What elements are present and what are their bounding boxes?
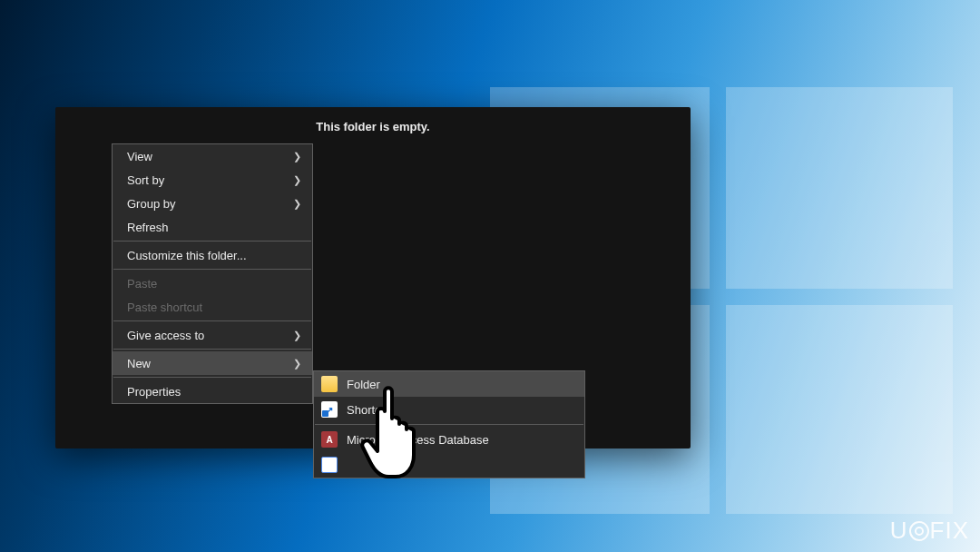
menu-separator xyxy=(113,377,311,378)
menu-label: Refresh xyxy=(127,221,169,234)
menu-item-view[interactable]: View ❯ xyxy=(113,144,312,168)
menu-item-new[interactable]: New ❯ xyxy=(113,351,312,375)
menu-item-group-by[interactable]: Group by ❯ xyxy=(113,192,312,215)
watermark-text-left: U xyxy=(890,517,908,544)
empty-folder-message: This folder is empty. xyxy=(55,120,691,133)
menu-label: New xyxy=(127,357,151,370)
chevron-right-icon: ❯ xyxy=(293,330,301,341)
menu-item-customize-folder[interactable]: Customize this folder... xyxy=(113,243,312,267)
context-menu: View ❯ Sort by ❯ Group by ❯ Refresh Cust… xyxy=(112,143,313,404)
access-icon: A xyxy=(321,431,338,448)
menu-item-refresh[interactable]: Refresh xyxy=(113,215,312,239)
submenu-item-document[interactable] xyxy=(314,452,584,478)
chevron-right-icon: ❯ xyxy=(293,198,301,210)
menu-separator xyxy=(113,320,311,321)
shortcut-icon: ↗ xyxy=(321,401,338,418)
submenu-item-folder[interactable]: Folder xyxy=(314,371,584,397)
menu-separator xyxy=(113,269,311,270)
submenu-item-access-db[interactable]: A Microsoft Access Database xyxy=(314,427,584,452)
menu-label: Give access to xyxy=(127,329,204,342)
cursor-pointer-icon xyxy=(358,384,437,482)
menu-separator xyxy=(113,241,311,242)
menu-item-give-access-to[interactable]: Give access to ❯ xyxy=(113,323,312,347)
menu-label: Sort by xyxy=(127,173,164,187)
menu-item-paste-shortcut: Paste shortcut xyxy=(113,295,312,319)
document-icon xyxy=(321,457,338,473)
menu-separator xyxy=(315,424,583,425)
chevron-right-icon: ❯ xyxy=(293,151,301,163)
menu-item-sort-by[interactable]: Sort by ❯ xyxy=(113,168,312,192)
watermark-text-right: FIX xyxy=(930,517,969,544)
menu-label: Group by xyxy=(127,197,175,211)
menu-item-properties[interactable]: Properties xyxy=(113,380,312,403)
new-submenu: Folder ↗ Shortcut A Microsoft Access Dat… xyxy=(313,370,585,478)
menu-label: Paste xyxy=(127,277,157,291)
chevron-right-icon: ❯ xyxy=(293,174,301,186)
chevron-right-icon: ❯ xyxy=(293,358,301,370)
menu-label: Customize this folder... xyxy=(127,249,247,262)
menu-label: Paste shortcut xyxy=(127,301,202,314)
watermark: UFIX xyxy=(890,517,969,545)
menu-item-paste: Paste xyxy=(113,271,312,295)
menu-label: Properties xyxy=(127,385,181,399)
folder-icon xyxy=(321,376,338,392)
submenu-item-shortcut[interactable]: ↗ Shortcut xyxy=(314,397,584,422)
gear-icon xyxy=(909,521,929,541)
menu-separator xyxy=(113,349,311,350)
menu-label: View xyxy=(127,150,152,163)
